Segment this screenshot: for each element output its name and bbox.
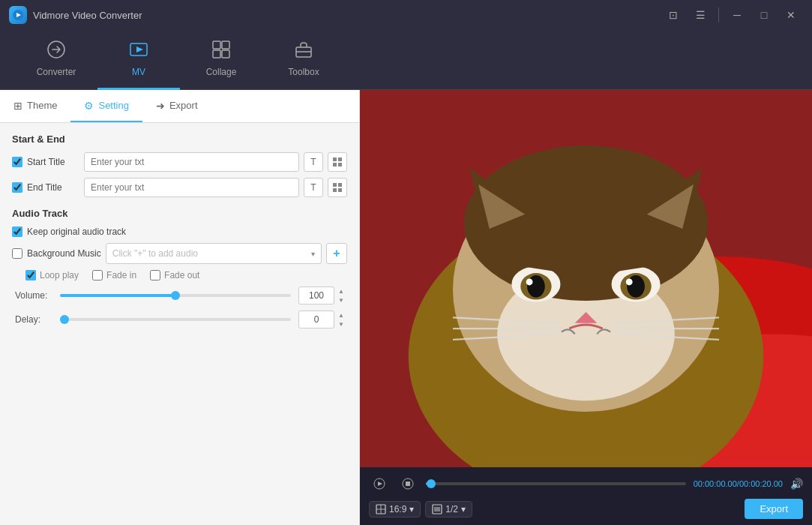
caption-btn[interactable]: ⊡ (661, 4, 685, 26)
page-chevron-icon: ▾ (461, 504, 466, 514)
collage-label: Collage (206, 67, 237, 77)
maximize-btn[interactable]: □ (752, 4, 776, 26)
start-title-format-btn[interactable]: T (304, 152, 323, 172)
loop-play-checkbox[interactable] (25, 270, 36, 280)
svg-rect-14 (338, 163, 342, 166)
volume-up-btn[interactable]: ▲ (335, 286, 347, 296)
bg-music-checkbox[interactable] (12, 248, 22, 259)
total-time: 00:00:20.00 (739, 479, 783, 488)
svg-rect-16 (338, 183, 342, 187)
svg-point-36 (526, 279, 533, 286)
bg-music-dropdown[interactable]: Click "+" to add audio ▾ (106, 243, 322, 264)
svg-rect-5 (213, 41, 220, 49)
controls-row1: 00:00:00.00/00:00:20.00 🔊 (369, 473, 803, 494)
volume-label: Volume: (15, 290, 52, 301)
chevron-down-icon: ▾ (311, 250, 315, 258)
svg-rect-13 (333, 163, 337, 166)
volume-icon[interactable]: 🔊 (790, 478, 803, 490)
nav-item-toolbox[interactable]: Toolbox (262, 30, 345, 90)
title-bar: Vidmore Video Converter ⊡ ☰ ─ □ ✕ (0, 0, 812, 30)
export-btn[interactable]: Export (745, 499, 803, 519)
volume-spinners: ▲ ▼ (335, 286, 347, 304)
start-title-row: Start Title T (12, 152, 347, 172)
tab-theme[interactable]: ⊞ Theme (0, 90, 70, 122)
start-end-title: Start & End (12, 134, 347, 145)
left-panel: ⊞ Theme ⚙ Setting ➜ Export Start & End S… (0, 90, 360, 525)
end-title-grid-btn[interactable] (328, 178, 347, 197)
app-title: Vidmore Video Converter (33, 10, 142, 21)
svg-marker-50 (378, 482, 382, 486)
delay-down-btn[interactable]: ▼ (335, 320, 347, 328)
converter-label: Converter (37, 67, 76, 77)
start-title-checkbox[interactable] (12, 157, 22, 167)
volume-row: Volume: 100 ▲ ▼ (15, 286, 347, 304)
start-title-label: Start Title (27, 157, 79, 167)
page-value: 1/2 (445, 504, 458, 514)
nav-bar: Converter MV Collage Toolbox (0, 30, 812, 90)
add-music-btn[interactable]: + (326, 243, 347, 264)
svg-rect-18 (338, 188, 342, 192)
cat-preview-svg (360, 90, 812, 467)
fade-out-checkbox[interactable] (150, 270, 160, 280)
delay-up-btn[interactable]: ▲ (335, 310, 347, 320)
start-end-section: Start & End Start Title T End Title (12, 134, 347, 197)
end-title-format-btn[interactable]: T (304, 178, 323, 197)
stop-btn[interactable] (397, 473, 418, 494)
delay-slider[interactable] (60, 318, 291, 321)
collage-icon (211, 40, 231, 64)
nav-item-converter[interactable]: Converter (15, 30, 97, 90)
start-title-input[interactable] (84, 152, 299, 172)
theme-tab-icon: ⊞ (13, 100, 22, 112)
keep-original-row: Keep original audio track (12, 226, 347, 237)
page-selector[interactable]: 1/2 ▾ (425, 501, 472, 518)
converter-icon (46, 40, 66, 64)
hamburger-btn[interactable]: ☰ (688, 4, 712, 26)
audio-track-title: Audio Track (12, 208, 347, 219)
tab-theme-label: Theme (27, 100, 57, 111)
progress-fill (426, 482, 431, 485)
svg-point-35 (627, 275, 645, 298)
start-title-grid-btn[interactable] (328, 152, 347, 172)
delay-row: Delay: 0 ▲ ▼ (15, 310, 347, 328)
ratio-selector[interactable]: 16:9 ▾ (369, 501, 421, 518)
svg-marker-4 (136, 46, 143, 52)
end-title-input[interactable] (84, 178, 299, 197)
main-content: ⊞ Theme ⚙ Setting ➜ Export Start & End S… (0, 90, 812, 525)
volume-down-btn[interactable]: ▼ (335, 296, 347, 304)
ratio-chevron-icon: ▾ (409, 504, 414, 514)
tab-export[interactable]: ➜ Export (142, 90, 211, 122)
window-controls: ⊡ ☰ ─ □ ✕ (661, 4, 803, 26)
title-sep (718, 8, 719, 22)
progress-thumb (427, 479, 436, 488)
end-title-row: End Title T (12, 178, 347, 197)
svg-point-37 (626, 279, 633, 286)
keep-original-checkbox[interactable] (12, 226, 22, 237)
tab-setting[interactable]: ⚙ Setting (70, 90, 142, 122)
nav-item-mv[interactable]: MV (97, 30, 180, 90)
fade-out-row: Fade out (150, 270, 199, 280)
svg-rect-12 (338, 158, 342, 161)
close-btn[interactable]: ✕ (779, 4, 803, 26)
audio-track-section: Audio Track Keep original audio track Ba… (12, 208, 347, 328)
video-preview (360, 90, 812, 467)
svg-rect-7 (213, 50, 220, 58)
controls-row2-left: 16:9 ▾ 1/2 ▾ (369, 501, 472, 518)
minimize-btn[interactable]: ─ (725, 4, 749, 26)
fade-in-checkbox[interactable] (92, 270, 103, 280)
play-btn[interactable] (369, 473, 390, 494)
tab-bar: ⊞ Theme ⚙ Setting ➜ Export (0, 90, 359, 123)
fade-in-label: Fade in (106, 270, 136, 280)
progress-bar[interactable] (426, 482, 686, 485)
current-time: 00:00:00.00 (694, 479, 737, 488)
end-title-checkbox[interactable] (12, 182, 22, 193)
mv-icon (129, 40, 148, 64)
keep-original-label: Keep original audio track (27, 226, 126, 237)
mv-label: MV (132, 67, 145, 77)
tab-setting-label: Setting (98, 100, 128, 111)
nav-item-collage[interactable]: Collage (180, 30, 262, 90)
export-tab-icon: ➜ (156, 100, 165, 112)
volume-slider[interactable] (60, 294, 291, 297)
fade-in-row: Fade in (92, 270, 136, 280)
fade-out-label: Fade out (164, 270, 199, 280)
title-bar-left: Vidmore Video Converter (9, 6, 142, 24)
